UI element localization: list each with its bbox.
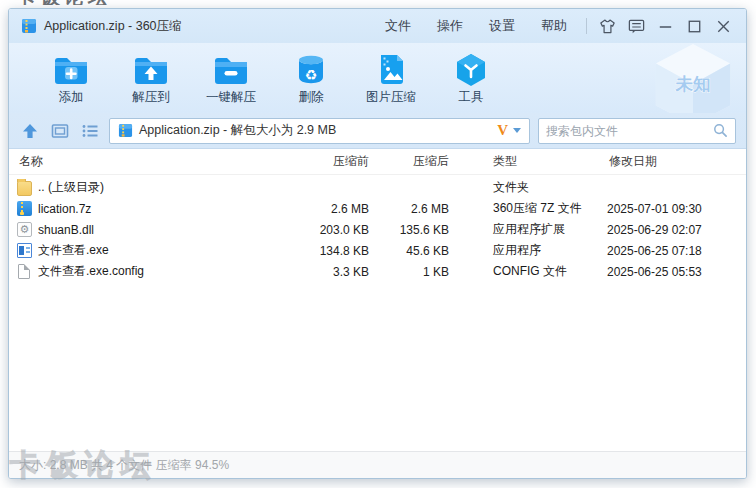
maximize-icon [685, 17, 704, 36]
toolbar-button-one-click-extract[interactable]: 一键解压 [191, 52, 271, 104]
table-row[interactable]: 文件查看.exe.config 3.3 KB 1 KB CONFIG 文件 20… [17, 261, 738, 282]
menu-settings[interactable]: 设置 [476, 9, 528, 43]
add-folder-icon [52, 52, 90, 87]
size-before-cell: 203.0 KB [287, 223, 377, 237]
table-row[interactable]: shuanB.dll 203.0 KB 135.6 KB 应用程序扩展 2025… [17, 219, 738, 240]
file-type-icon [17, 243, 32, 258]
toolbar-label: 添加 [59, 90, 84, 104]
image-compress-icon [372, 52, 410, 87]
extract-to-icon [132, 52, 170, 87]
tshirt-icon [598, 17, 617, 36]
app-window: Application.zip - 360压缩 文件 操作 设置 帮助 [8, 8, 747, 479]
file-name-cell: .. (上级目录) [17, 179, 287, 196]
file-type-icon [17, 222, 32, 237]
size-before-cell: 2.6 MB [287, 202, 377, 216]
maximize-button[interactable] [680, 11, 709, 41]
modified-date-cell: 2025-06-25 07:18 [607, 244, 738, 258]
menu-file[interactable]: 文件 [372, 9, 424, 43]
up-level-button[interactable] [19, 120, 41, 142]
security-status-badge: 未知 [644, 43, 742, 113]
feedback-icon [627, 17, 646, 36]
size-after-cell: 135.6 KB [377, 223, 457, 237]
file-name-cell: 文件查看.exe [17, 242, 287, 259]
file-type-cell: CONFIG 文件 [457, 263, 607, 280]
minimize-button[interactable] [651, 11, 680, 41]
column-header-date[interactable]: 修改日期 [607, 153, 738, 170]
column-header-after[interactable]: 压缩后 [377, 153, 457, 170]
up-arrow-icon [22, 123, 38, 139]
file-table: 名称 压缩前 压缩后 类型 修改日期 .. (上级目录) 文件夹 [9, 149, 746, 451]
size-after-cell: 45.6 KB [377, 244, 457, 258]
svg-text:♻: ♻ [305, 67, 318, 83]
toolbar-button-delete[interactable]: ♻ 删除 [271, 52, 351, 104]
file-name: .. (上级目录) [38, 179, 104, 196]
toolbar-label: 工具 [459, 90, 484, 104]
toolbar-label: 解压到 [132, 90, 170, 104]
table-row[interactable]: 文件查看.exe 134.8 KB 45.6 KB 应用程序 2025-06-2… [17, 240, 738, 261]
table-row[interactable]: lication.7z 2.6 MB 2.6 MB 360压缩 7Z 文件 20… [17, 198, 738, 219]
zip-file-icon [118, 123, 133, 138]
close-button[interactable] [709, 11, 738, 41]
search-input[interactable] [546, 124, 713, 138]
feedback-button[interactable] [622, 11, 651, 41]
window-title: Application.zip - 360压缩 [44, 18, 182, 35]
security-badge-text: 未知 [674, 74, 710, 94]
file-list: .. (上级目录) 文件夹 lication.7z 2.6 MB [9, 175, 746, 451]
file-type-cell: 360压缩 7Z 文件 [457, 200, 607, 217]
app-zip-icon [21, 18, 37, 34]
title-bar: Application.zip - 360压缩 文件 操作 设置 帮助 [9, 9, 746, 43]
file-type-cell: 应用程序 [457, 242, 607, 259]
preview-pane-button[interactable] [49, 120, 71, 142]
column-header-name[interactable]: 名称 [17, 153, 287, 170]
screenshot-stage: 卡饭论坛 Application.zip - 360压缩 文件 操作 设置 帮助 [0, 0, 756, 488]
file-type-icon [17, 201, 32, 216]
skin-button[interactable] [593, 11, 622, 41]
table-header-row: 名称 压缩前 压缩后 类型 修改日期 [9, 149, 746, 175]
file-type-icon [18, 264, 30, 279]
modified-date-cell: 2025-07-01 09:30 [607, 202, 738, 216]
v-logo: V [497, 122, 508, 139]
address-bar: Application.zip - 解包大小为 2.9 MB V [9, 113, 746, 149]
modified-date-cell: 2025-06-29 02:07 [607, 223, 738, 237]
archive-path-bar[interactable]: Application.zip - 解包大小为 2.9 MB V [109, 118, 530, 144]
top-watermark-clipped: 卡饭论坛 [16, 0, 156, 5]
search-icon[interactable] [713, 123, 728, 138]
list-view-button[interactable] [79, 120, 101, 142]
menu-help[interactable]: 帮助 [528, 9, 580, 43]
close-icon [714, 17, 733, 36]
menu-bar: 文件 操作 设置 帮助 [372, 9, 738, 43]
file-name-cell: lication.7z [17, 201, 287, 216]
file-name-cell: shuanB.dll [17, 222, 287, 237]
column-header-type[interactable]: 类型 [457, 153, 607, 170]
chevron-down-icon [513, 128, 521, 133]
file-type-cell: 文件夹 [457, 179, 607, 196]
toolbar-label: 一键解压 [206, 90, 256, 104]
size-after-cell: 2.6 MB [377, 202, 457, 216]
file-name: 文件查看.exe.config [38, 263, 144, 280]
size-after-cell: 1 KB [377, 265, 457, 279]
toolbar-button-image-compress[interactable]: 图片压缩 [351, 52, 431, 104]
table-row[interactable]: .. (上级目录) 文件夹 [17, 177, 738, 198]
minimize-icon [656, 17, 675, 36]
file-type-icon [17, 181, 32, 196]
preview-pane-icon [51, 123, 69, 139]
status-bar: 大小: 2.8 MB 共 4 个文件 压缩率 94.5% [9, 451, 746, 478]
column-header-before[interactable]: 压缩前 [287, 153, 377, 170]
tools-icon [452, 52, 490, 87]
list-view-icon [81, 123, 99, 139]
delete-icon: ♻ [292, 52, 330, 87]
toolbar-button-extract-to[interactable]: 解压到 [111, 52, 191, 104]
search-box [538, 118, 736, 144]
path-dropdown[interactable]: V [497, 122, 521, 139]
toolbar-button-add[interactable]: 添加 [31, 52, 111, 104]
status-text: 大小: 2.8 MB 共 4 个文件 压缩率 94.5% [19, 457, 229, 474]
menu-action[interactable]: 操作 [424, 9, 476, 43]
file-name: lication.7z [38, 202, 91, 216]
file-name-cell: 文件查看.exe.config [17, 263, 287, 280]
main-toolbar: 添加 解压到 一键解压 [9, 43, 746, 113]
toolbar-button-tools[interactable]: 工具 [431, 52, 511, 104]
file-name: 文件查看.exe [38, 242, 109, 259]
modified-date-cell: 2025-06-25 05:53 [607, 265, 738, 279]
archive-path-text: Application.zip - 解包大小为 2.9 MB [139, 122, 336, 139]
size-before-cell: 134.8 KB [287, 244, 377, 258]
